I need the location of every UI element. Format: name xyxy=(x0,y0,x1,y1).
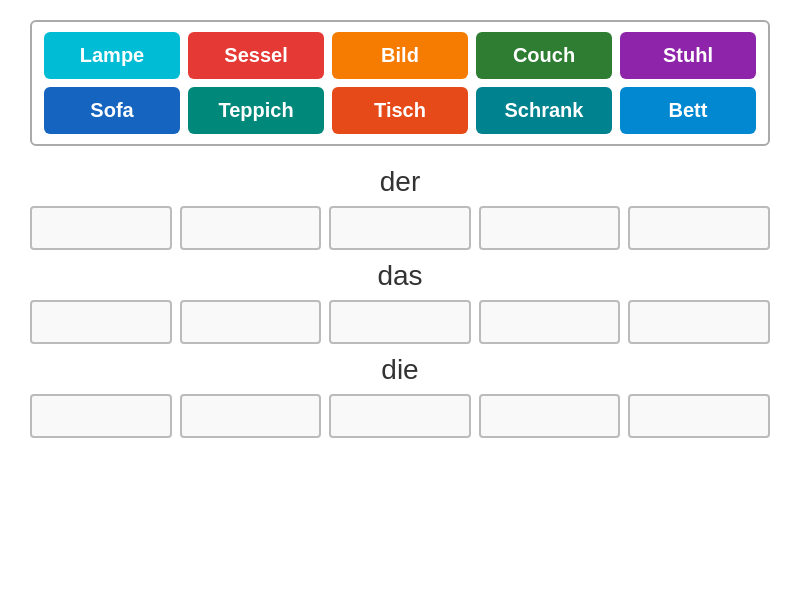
drop-box-der-4[interactable] xyxy=(628,206,770,250)
word-bank: LampeSesselBildCouchStuhlSofaTeppichTisc… xyxy=(30,20,770,146)
drop-box-der-2[interactable] xyxy=(329,206,471,250)
drop-box-das-2[interactable] xyxy=(329,300,471,344)
drop-row-die xyxy=(30,394,770,438)
word-tile-lampe[interactable]: Lampe xyxy=(44,32,180,79)
drop-box-die-4[interactable] xyxy=(628,394,770,438)
drop-box-das-1[interactable] xyxy=(180,300,322,344)
word-tile-tisch[interactable]: Tisch xyxy=(332,87,468,134)
word-tile-bild[interactable]: Bild xyxy=(332,32,468,79)
word-tile-schrank[interactable]: Schrank xyxy=(476,87,612,134)
drop-box-die-0[interactable] xyxy=(30,394,172,438)
drop-box-das-3[interactable] xyxy=(479,300,621,344)
section-label-der: der xyxy=(30,166,770,198)
word-tile-bett[interactable]: Bett xyxy=(620,87,756,134)
drop-row-das xyxy=(30,300,770,344)
drop-box-der-0[interactable] xyxy=(30,206,172,250)
drop-box-die-3[interactable] xyxy=(479,394,621,438)
word-tile-stuhl[interactable]: Stuhl xyxy=(620,32,756,79)
drop-box-der-1[interactable] xyxy=(180,206,322,250)
drop-box-die-1[interactable] xyxy=(180,394,322,438)
word-tile-couch[interactable]: Couch xyxy=(476,32,612,79)
section-das: das xyxy=(30,260,770,344)
section-der: der xyxy=(30,166,770,250)
section-label-die: die xyxy=(30,354,770,386)
drop-box-der-3[interactable] xyxy=(479,206,621,250)
word-tile-sessel[interactable]: Sessel xyxy=(188,32,324,79)
drop-row-der xyxy=(30,206,770,250)
drop-box-die-2[interactable] xyxy=(329,394,471,438)
section-die: die xyxy=(30,354,770,438)
word-tile-teppich[interactable]: Teppich xyxy=(188,87,324,134)
drop-box-das-4[interactable] xyxy=(628,300,770,344)
word-tile-sofa[interactable]: Sofa xyxy=(44,87,180,134)
section-label-das: das xyxy=(30,260,770,292)
drop-box-das-0[interactable] xyxy=(30,300,172,344)
sections-container: derdasdie xyxy=(30,166,770,448)
